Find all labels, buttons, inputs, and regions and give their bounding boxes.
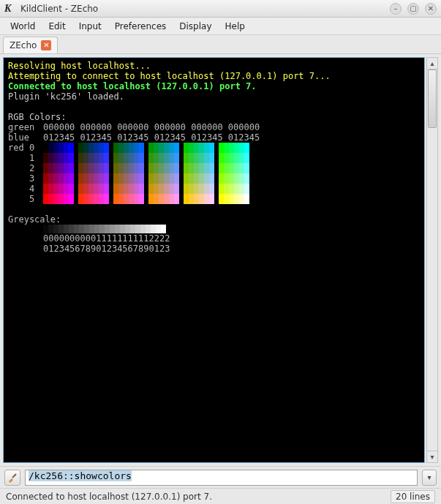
greyscale-ticks-row1: 000000000011111111112222 [43,233,420,244]
color-cell [124,163,129,173]
color-cell [118,143,124,153]
color-cell [209,184,214,194]
color-cell [209,153,214,163]
menu-preferences[interactable]: Preferences [109,19,173,34]
color-cell [99,184,104,194]
color-cell [194,153,199,163]
color-cell [118,173,124,184]
menu-display[interactable]: Display [173,19,217,34]
scroll-thumb[interactable] [428,69,437,128]
grey-cell [74,225,79,233]
color-cell [239,184,244,194]
color-cell [99,194,104,204]
history-dropdown-button[interactable]: ▾ [422,470,437,486]
color-cell [234,184,239,194]
color-cell [134,153,139,163]
scroll-up-button[interactable]: ▴ [427,58,437,69]
color-cell [244,163,249,173]
grey-cell [53,225,59,233]
window-title: KildClient - ZEcho [20,4,390,14]
color-cell [154,173,159,184]
color-cell [43,194,48,204]
close-window-button[interactable]: ✕ [425,3,437,15]
color-cell [154,163,159,173]
color-cell [104,153,109,163]
command-input-value: /kc256::showcolors [29,470,132,481]
color-cell [148,143,154,153]
color-cell [159,143,164,153]
color-cell [59,184,64,194]
greyscale-bar [43,225,420,233]
color-cell [204,173,209,184]
color-cell [48,194,53,204]
clear-button[interactable] [4,470,20,486]
terminal-output[interactable]: Resolving host localhost...Attempting to… [3,57,425,463]
color-cell [189,184,194,194]
close-icon[interactable]: ✕ [41,40,51,50]
color-cell [64,153,69,163]
maximize-button[interactable]: ▢ [407,3,419,15]
color-cell [159,153,164,163]
color-cell [209,163,214,173]
color-cell [94,173,99,184]
command-input[interactable]: /kc256::showcolors [25,470,418,486]
color-cell [169,143,174,153]
color-cell [94,194,99,204]
color-cell [129,143,134,153]
color-cell [48,163,53,173]
color-cell [174,143,179,153]
tab-zecho[interactable]: ZEcho ✕ [3,37,58,53]
grey-cell [125,225,130,233]
color-cell [184,163,189,173]
grey-cell [48,225,53,233]
color-cell [169,194,174,204]
color-cell [53,153,59,163]
color-cell [164,173,169,184]
color-cell [184,194,189,204]
color-cell [43,153,48,163]
color-cell [148,184,154,194]
menu-world[interactable]: World [4,19,41,34]
color-cell [83,163,88,173]
color-header-blue: blue012345 012345 012345 012345 012345 0… [8,132,420,143]
color-cell [154,184,159,194]
color-cell [88,143,94,153]
minimize-button[interactable]: – [390,3,402,15]
color-cell [148,194,154,204]
color-cell [59,194,64,204]
color-cell [139,163,144,173]
terminal-line: Resolving host localhost... [8,61,420,71]
grey-cell [64,225,69,233]
menu-input[interactable]: Input [73,19,108,34]
grey-cell [59,225,64,233]
grey-cell [84,225,89,233]
color-cell [204,143,209,153]
color-cell [59,163,64,173]
color-cell [64,173,69,184]
color-cell [99,173,104,184]
color-cell [59,153,64,163]
color-cell [134,173,139,184]
menu-edit[interactable]: Edit [42,19,71,34]
grey-cell [135,225,140,233]
grey-cell [140,225,146,233]
color-cell [184,153,189,163]
color-cell [224,194,229,204]
red-row-label: 1 [8,153,43,163]
terminal-line: RGB Colors: [8,112,420,122]
grey-cell [151,225,156,233]
color-row: 5 [8,194,420,204]
menubar: World Edit Input Preferences Display Hel… [0,18,441,35]
color-cell [124,173,129,184]
color-row: red 0 [8,143,420,153]
color-cell [48,184,53,194]
menu-help[interactable]: Help [219,19,251,34]
scroll-track[interactable] [427,69,437,451]
color-cell [59,173,64,184]
scrollbar[interactable]: ▴ ▾ [426,57,438,463]
grey-cell [105,225,110,233]
color-cell [48,173,53,184]
scroll-down-button[interactable]: ▾ [427,451,437,462]
color-cell [129,153,134,163]
window-titlebar: K KildClient - ZEcho – ▢ ✕ [0,0,441,18]
